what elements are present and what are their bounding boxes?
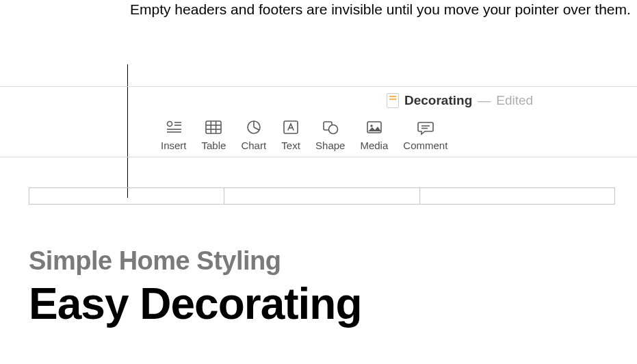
table-icon <box>204 119 223 135</box>
callout-text: Empty headers and footers are invisible … <box>130 0 631 19</box>
shape-button[interactable]: Shape <box>315 119 345 151</box>
header-field-center[interactable] <box>224 188 419 204</box>
media-icon <box>365 119 384 135</box>
text-button[interactable]: Text <box>281 119 300 151</box>
table-label: Table <box>202 140 226 151</box>
header-fields-row <box>29 187 615 205</box>
chart-icon <box>244 119 263 135</box>
document-subtitle[interactable]: Simple Home Styling <box>29 246 362 276</box>
comment-label: Comment <box>403 140 447 151</box>
document-icon <box>387 93 399 108</box>
document-title[interactable]: Easy Decorating <box>29 278 362 329</box>
media-button[interactable]: Media <box>360 119 388 151</box>
document-name[interactable]: Decorating <box>404 93 472 108</box>
text-label: Text <box>281 140 300 151</box>
toolbar: Insert Table Chart <box>0 114 637 157</box>
titlebar-separator: — <box>478 93 491 108</box>
shape-icon <box>321 119 340 135</box>
window-titlebar: Decorating — Edited <box>0 86 637 114</box>
comment-button[interactable]: Comment <box>403 119 447 151</box>
shape-label: Shape <box>315 140 345 151</box>
header-field-right[interactable] <box>420 188 614 204</box>
table-button[interactable]: Table <box>202 119 226 151</box>
titlebar-content: Decorating — Edited <box>387 93 533 108</box>
insert-button[interactable]: Insert <box>161 119 187 151</box>
text-icon <box>281 119 300 135</box>
svg-point-0 <box>167 122 172 127</box>
comment-icon <box>416 119 435 135</box>
insert-label: Insert <box>161 140 187 151</box>
media-label: Media <box>360 140 388 151</box>
document-body[interactable]: Simple Home Styling Easy Decorating <box>29 246 362 329</box>
svg-point-16 <box>370 125 373 127</box>
chart-label: Chart <box>241 140 266 151</box>
insert-icon <box>164 119 183 135</box>
header-field-left[interactable] <box>29 188 224 204</box>
svg-point-14 <box>328 125 337 134</box>
document-status: Edited <box>496 93 533 108</box>
chart-button[interactable]: Chart <box>241 119 266 151</box>
svg-rect-5 <box>206 121 221 133</box>
